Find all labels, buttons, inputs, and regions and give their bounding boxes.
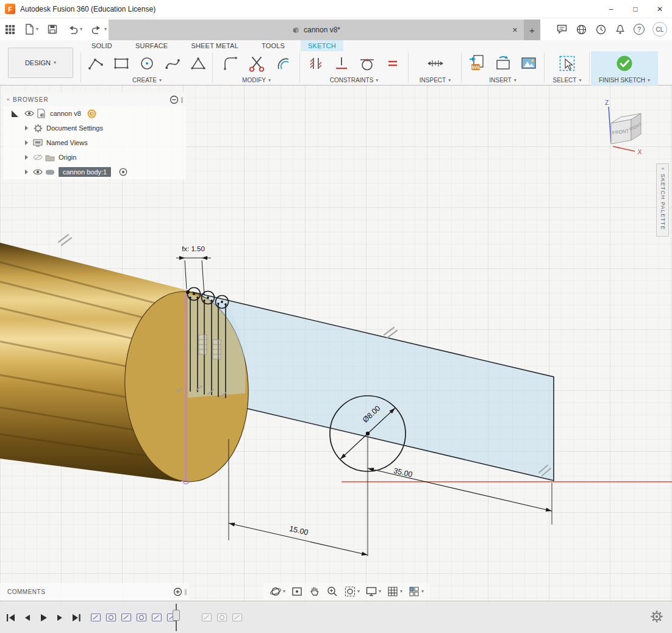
spline-tool-icon[interactable] [163,54,182,73]
notifications-bell-icon[interactable] [615,24,626,35]
select-menu[interactable]: SELECT ▾ [545,77,589,84]
expand-arrow-icon[interactable] [25,170,28,174]
maximize-button[interactable]: □ [623,0,648,18]
document-tab[interactable]: cannon v8* ✕ [109,20,524,40]
tab-tools[interactable]: TOOLS [254,40,292,51]
create-menu[interactable]: CREATE ▾ [82,77,212,84]
file-menu-button[interactable]: ▾ [23,22,40,37]
finish-sketch-check-icon[interactable] [615,54,634,73]
close-button[interactable]: ✕ [648,0,672,18]
tree-item-label: Named Views [46,139,88,146]
line-tool-icon[interactable] [87,54,105,73]
cannon-body[interactable] [0,243,254,485]
trim-tool-icon[interactable] [247,54,266,73]
minimize-button[interactable]: – [599,0,623,18]
insert-svg-icon[interactable]: SVG [468,54,487,73]
add-comment-icon[interactable] [173,587,182,596]
sketch-palette-tab[interactable]: « SKETCH PALETTE [656,163,669,237]
timeline-feature[interactable] [136,612,148,623]
timeline-feature[interactable] [121,612,132,623]
comments-bar[interactable]: COMMENTS ∥ [0,583,189,600]
timeline-track[interactable] [90,601,243,633]
help-button[interactable]: ? [634,24,645,35]
orbit-button[interactable]: ▾ [270,585,285,598]
timeline-feature[interactable] [90,612,102,623]
redo-button[interactable]: ▾ [90,23,108,37]
visibility-eye-icon[interactable] [33,168,43,176]
canvas-image-icon[interactable] [520,54,538,73]
tree-item-named-views[interactable]: Named Views [3,135,186,150]
decal-tool-icon[interactable] [494,54,512,73]
step-back-button[interactable] [21,613,32,623]
fit-icon [344,585,356,598]
inspect-menu[interactable]: INSPECT ▾ [409,77,461,84]
look-at-button[interactable] [291,585,303,598]
timeline-marker-handle[interactable] [173,610,180,621]
polygon-tool-icon[interactable] [189,54,207,73]
user-avatar[interactable]: CL [652,22,667,37]
play-button[interactable] [38,613,49,623]
tab-solid[interactable]: SOLID [84,40,120,51]
tree-item-origin[interactable]: Origin [3,150,186,165]
display-settings-button[interactable]: ▾ [365,585,381,598]
tree-item-cannon-body[interactable]: cannon body:1 [3,165,186,179]
tab-sheet-metal[interactable]: SHEET METAL [184,40,246,51]
visibility-off-eye-icon[interactable] [33,154,43,161]
undo-button[interactable]: ▾ [65,23,84,37]
go-to-end-button[interactable] [71,613,82,623]
fix-constraint-icon[interactable] [307,54,325,73]
tree-item-root[interactable]: cannon v8 [3,106,186,121]
expand-arrow-icon[interactable] [25,126,28,131]
collapse-panel-icon[interactable]: « [7,96,9,102]
selectable-radio-icon[interactable] [119,168,127,176]
tab-surface[interactable]: SURFACE [128,40,175,51]
app-grid-button[interactable] [4,23,16,36]
fit-button[interactable]: ▾ [344,585,360,598]
timeline-feature[interactable] [151,612,163,623]
visibility-eye-icon[interactable] [24,110,34,117]
panel-grip-icon[interactable]: ∥ [184,588,187,595]
timeline-feature[interactable] [105,612,117,623]
insert-menu[interactable]: INSERT ▾ [462,77,543,84]
step-forward-button[interactable] [54,613,65,623]
window-title: Autodesk Fusion 360 (Education License) [20,5,155,13]
select-tool-icon[interactable] [558,54,576,73]
expand-arrow-icon[interactable] [25,155,28,160]
offset-tool-icon[interactable] [274,54,292,73]
grid-snaps-button[interactable]: ▾ [387,585,402,598]
timeline-feature-suppressed[interactable] [201,612,213,623]
expand-palette-icon[interactable]: « [662,166,663,171]
grid-icon [387,585,399,598]
timeline-feature-suppressed[interactable] [232,612,243,623]
tab-sketch[interactable]: SKETCH [301,40,343,51]
viewports-button[interactable]: ▾ [408,585,424,598]
circle-tool-icon[interactable] [138,54,156,73]
collapse-tree-icon[interactable] [170,95,179,104]
vertical-constraint-icon[interactable] [332,54,351,73]
pan-button[interactable] [309,585,321,598]
measure-tool-icon[interactable] [426,54,445,73]
rectangle-tool-icon[interactable] [112,54,130,73]
job-status-clock-icon[interactable] [595,24,607,35]
timeline-feature-suppressed[interactable] [216,612,228,623]
panel-grip-icon[interactable]: ∥ [181,96,184,103]
constraints-menu[interactable]: CONSTRAINTS ▾ [301,77,407,84]
finish-sketch-button[interactable]: FINISH SKETCH ▾ [591,77,658,84]
timeline-position-marker[interactable] [173,604,180,631]
comments-icon[interactable] [556,24,568,35]
expand-arrow-icon[interactable] [25,140,28,145]
tab-close-icon[interactable]: ✕ [512,26,518,34]
view-cube[interactable]: Z FRONT RIGHT X [595,96,668,159]
fillet-tool-icon[interactable] [221,54,240,73]
dimension-left[interactable]: 15.00 [229,523,368,556]
save-button[interactable] [46,23,59,36]
timeline-settings-gear-icon[interactable] [650,610,663,623]
zoom-button[interactable] [326,585,338,598]
modify-menu[interactable]: MODIFY ▾ [213,77,299,84]
equal-constraint-icon[interactable] [384,54,402,73]
new-tab-button[interactable]: + [524,20,540,40]
go-to-start-button[interactable] [5,613,16,623]
tangent-constraint-icon[interactable] [358,54,376,73]
web-icon[interactable] [576,24,587,35]
tree-item-document-settings[interactable]: Document Settings [3,121,186,135]
